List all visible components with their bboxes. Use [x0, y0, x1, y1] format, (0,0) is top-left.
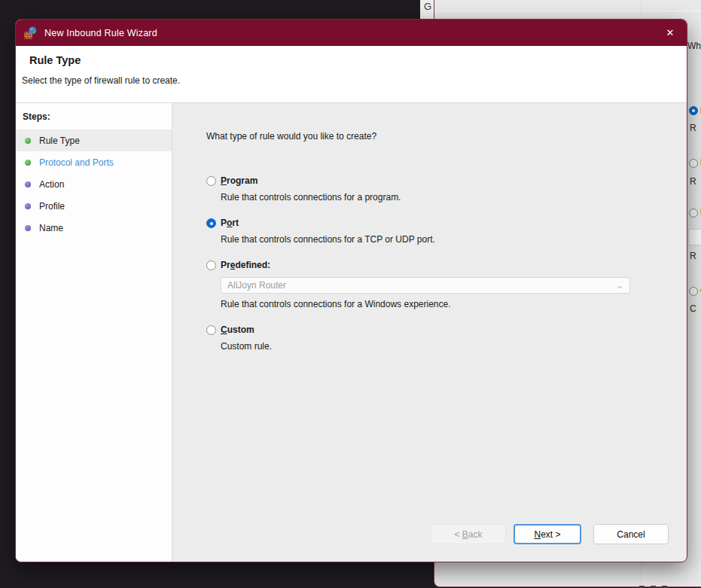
option-description: Rule that controls connections for a Win…	[221, 299, 687, 310]
chevron-down-icon: ⌄	[616, 278, 623, 293]
background-desc-fragment: R	[690, 251, 696, 261]
option-port: Port Rule that controls connections for …	[206, 218, 687, 245]
desktop-screen: G Wha P R P R P R C C	[0, 0, 701, 588]
option-program: Program Rule that controls connections f…	[206, 175, 687, 203]
wizard-content-panel: What type of rule would you like to crea…	[172, 103, 687, 562]
next-button[interactable]: Next >	[514, 524, 581, 544]
sidebar-step-name: Name	[16, 217, 172, 239]
page-title: Rule Type	[29, 54, 687, 66]
back-button: < Back	[431, 524, 506, 544]
option-label[interactable]: Program	[221, 175, 258, 187]
steps-heading: Steps:	[16, 107, 172, 129]
window-title: New Inbound Rule Wizard	[44, 28, 157, 38]
option-description: Rule that controls connections for a pro…	[221, 192, 687, 203]
step-bullet-icon	[25, 138, 31, 144]
option-predefined: Predefined: AllJoyn Router ⌄ Rule that c…	[206, 260, 687, 310]
steps-sidebar: Steps: Rule Type Protocol and Ports Acti…	[16, 103, 172, 562]
radio-button	[689, 209, 698, 218]
radio-program[interactable]	[206, 176, 216, 186]
predefined-rule-select: AllJoyn Router ⌄	[221, 277, 630, 294]
step-bullet-icon	[25, 203, 31, 209]
wizard-footer: < Back Next > Cancel	[431, 524, 669, 544]
firewall-icon	[24, 26, 37, 39]
dropdown-fragment	[688, 229, 701, 245]
sidebar-step-protocol-and-ports[interactable]: Protocol and Ports	[16, 151, 172, 173]
background-text-fragment: G	[424, 1, 431, 12]
close-icon[interactable]: ✕	[657, 20, 684, 46]
divider	[434, 11, 701, 11]
selected-value: AllJoyn Router	[227, 280, 286, 291]
question-text: What type of rule would you like to crea…	[206, 131, 687, 142]
step-bullet-icon	[25, 225, 31, 231]
step-label: Profile	[39, 201, 65, 212]
wizard-page-header: Rule Type Select the type of firewall ru…	[16, 46, 687, 103]
option-description: Rule that controls connections for a TCP…	[221, 234, 687, 245]
radio-port[interactable]	[206, 218, 216, 228]
sidebar-step-rule-type: Rule Type	[16, 129, 172, 151]
option-label[interactable]: Predefined:	[221, 260, 270, 271]
background-desc-fragment: R	[690, 123, 696, 133]
background-question-fragment: Wha	[687, 41, 701, 51]
sidebar-step-profile: Profile	[16, 195, 172, 217]
title-bar[interactable]: New Inbound Rule Wizard ✕	[16, 20, 687, 46]
option-label[interactable]: Port	[221, 218, 239, 229]
background-desc-fragment: R	[690, 176, 696, 187]
option-description: Custom rule.	[221, 341, 687, 352]
radio-button	[689, 106, 698, 115]
radio-button	[689, 159, 698, 168]
sidebar-step-action: Action	[16, 173, 172, 195]
cancel-button[interactable]: Cancel	[593, 524, 669, 544]
option-custom: Custom Custom rule.	[206, 324, 687, 352]
step-bullet-icon	[25, 160, 31, 166]
background-desc-fragment: C	[690, 303, 696, 314]
radio-predefined[interactable]	[206, 260, 216, 270]
step-label: Protocol and Ports	[39, 157, 114, 168]
option-label[interactable]: Custom	[221, 324, 254, 336]
step-bullet-icon	[25, 181, 31, 187]
radio-custom[interactable]	[206, 325, 216, 335]
page-subtitle: Select the type of firewall rule to crea…	[22, 75, 687, 86]
step-label: Name	[39, 223, 63, 233]
radio-button	[689, 287, 698, 296]
step-label: Action	[39, 179, 64, 190]
new-inbound-rule-wizard-dialog: New Inbound Rule Wizard ✕ Rule Type Sele…	[15, 19, 687, 562]
step-label: Rule Type	[39, 136, 80, 146]
